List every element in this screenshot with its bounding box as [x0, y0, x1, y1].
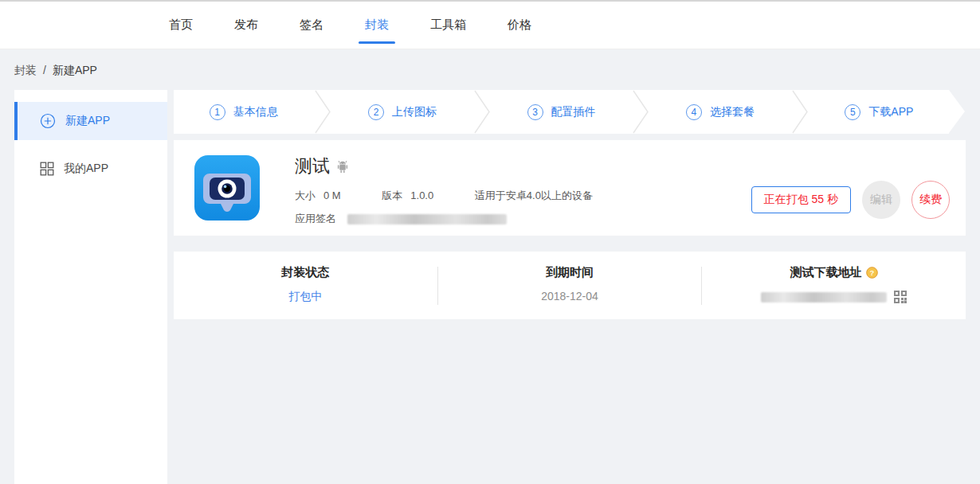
step-label: 下载APP — [868, 105, 913, 119]
status-header: 封装状态 — [281, 265, 329, 280]
step-chevron-icon — [313, 90, 332, 134]
sidebar: 新建APP 我的APP — [14, 90, 167, 484]
breadcrumb: 封装 / 新建APP — [0, 49, 980, 90]
step-upload-icon[interactable]: 2 上传图标 — [332, 104, 472, 120]
sidebar-item-label: 我的APP — [64, 162, 108, 176]
app-card: 测试 — [174, 140, 966, 236]
version-label: 版本 — [382, 189, 402, 201]
step-label: 基本信息 — [233, 105, 278, 119]
app-icon — [194, 154, 261, 221]
renew-button[interactable]: 续费 — [911, 181, 950, 219]
plus-circle-icon — [40, 113, 56, 129]
package-state-value: 打包中 — [174, 290, 437, 304]
nav-item-home[interactable]: 首页 — [169, 18, 193, 33]
main-content: 1 基本信息 2 上传图标 3 配置插件 4 选择套餐 5 下载APP — [174, 90, 966, 484]
redacted-signature-value — [347, 214, 507, 224]
nav-item-toolbox[interactable]: 工具箱 — [430, 18, 466, 33]
size-label: 大小 — [295, 189, 316, 201]
qr-code-icon[interactable] — [893, 290, 907, 304]
step-select-plan[interactable]: 4 选择套餐 — [650, 104, 790, 120]
step-number-badge: 4 — [686, 104, 702, 120]
step-number-badge: 2 — [368, 104, 384, 120]
packing-status-button[interactable]: 正在打包 55 秒 — [751, 186, 851, 213]
step-number-badge: 3 — [527, 104, 543, 120]
nav-item-publish[interactable]: 发布 — [234, 18, 258, 33]
breadcrumb-separator: / — [43, 64, 46, 76]
app-info: 测试 — [295, 154, 751, 236]
step-configure-plugins[interactable]: 3 配置插件 — [492, 104, 631, 120]
sidebar-item-new-app[interactable]: 新建APP — [14, 102, 167, 140]
breadcrumb-current: 新建APP — [53, 64, 97, 78]
status-header: 到期时间 — [546, 265, 594, 280]
breadcrumb-section[interactable]: 封装 — [14, 64, 37, 78]
grid-icon — [40, 162, 54, 176]
step-label: 上传图标 — [392, 105, 437, 119]
nav-item-sign[interactable]: 签名 — [300, 18, 323, 33]
step-download-app[interactable]: 5 下载APP — [809, 104, 949, 120]
top-navigation: 首页 发布 签名 封装 工具箱 价格 — [0, 2, 980, 49]
sidebar-item-label: 新建APP — [65, 114, 110, 128]
version-value: 1.0.0 — [410, 189, 433, 201]
step-chevron-icon — [790, 90, 809, 134]
step-number-badge: 5 — [845, 104, 860, 120]
compatibility-text: 适用于安卓4.0以上的设备 — [475, 189, 593, 201]
size-value: 0 M — [323, 189, 341, 201]
step-chevron-icon — [472, 90, 492, 134]
status-col-download: 测试下载地址 ? — [702, 252, 966, 319]
expiry-date-value: 2018-12-04 — [438, 290, 702, 302]
step-label: 选择套餐 — [710, 105, 755, 119]
sidebar-item-my-app[interactable]: 我的APP — [14, 150, 167, 188]
step-label: 配置插件 — [551, 105, 596, 119]
svg-text:?: ? — [869, 268, 874, 277]
app-actions: 正在打包 55 秒 编辑 续费 — [751, 154, 950, 236]
step-chevron-icon — [631, 90, 650, 134]
help-coin-icon[interactable]: ? — [866, 267, 878, 279]
redacted-download-url[interactable] — [761, 292, 887, 302]
status-col-expiry: 到期时间 2018-12-04 — [438, 252, 702, 319]
android-icon — [336, 160, 349, 174]
steps-bar: 1 基本信息 2 上传图标 3 配置插件 4 选择套餐 5 下载APP — [174, 90, 949, 134]
step-basic-info[interactable]: 1 基本信息 — [174, 104, 313, 120]
status-header: 测试下载地址 — [790, 265, 862, 280]
signature-label: 应用签名 — [295, 212, 336, 226]
status-card: 封装状态 打包中 到期时间 2018-12-04 测试下载地址 ? — [174, 252, 966, 319]
edit-button[interactable]: 编辑 — [862, 181, 900, 219]
status-col-package-state: 封装状态 打包中 — [174, 252, 437, 319]
nav-item-price[interactable]: 价格 — [508, 18, 531, 33]
nav-item-package-active[interactable]: 封装 — [365, 18, 389, 33]
step-number-badge: 1 — [210, 104, 225, 120]
app-name: 测试 — [295, 154, 330, 178]
